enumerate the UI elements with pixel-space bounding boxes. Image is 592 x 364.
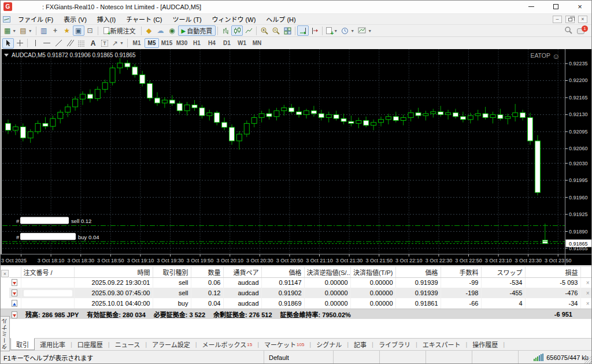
order-tp-cell: 0.00000 xyxy=(350,277,395,288)
timeframe-button-w1[interactable]: W1 xyxy=(235,38,249,48)
navigator-button[interactable]: ★ xyxy=(61,25,73,36)
chart-window-icon[interactable] xyxy=(3,16,10,23)
bar-chart-button[interactable] xyxy=(220,25,231,36)
menu-item-6[interactable]: ヘルプ (H) xyxy=(261,14,301,24)
candlestick-button[interactable] xyxy=(231,25,243,36)
text-tool-button[interactable]: A xyxy=(87,38,99,49)
templates-button[interactable]: ▼ xyxy=(356,25,373,36)
horizontal-line-button[interactable] xyxy=(41,38,53,49)
tile-windows-button[interactable] xyxy=(282,25,293,36)
orders-header-row[interactable]: 注文番号 /時間取引種別数量通貨ペア価格決済逆指値(S/...決済指値(T/P)… xyxy=(9,267,592,277)
market-watch-button[interactable]: ▥ xyxy=(38,25,50,36)
column-header-8[interactable]: 価格 xyxy=(395,267,441,277)
column-header-7[interactable]: 決済指値(T/P) xyxy=(350,267,395,277)
crosshair-button[interactable] xyxy=(14,38,25,49)
tab-2[interactable]: 口座履歴 xyxy=(72,339,108,350)
menu-item-0[interactable]: ファイル (F) xyxy=(13,14,58,24)
terminal-close-button[interactable]: × xyxy=(1,270,9,277)
order-row-2[interactable]: 2025.10.01 04:40:00buy0.04audcad0.918690… xyxy=(9,298,592,309)
timeframe-button-mn[interactable]: MN xyxy=(250,38,264,48)
autotrading-button[interactable]: ▶自動売買 xyxy=(178,25,216,36)
tab-6[interactable]: マーケット105 xyxy=(259,339,309,350)
timeframe-button-m5[interactable]: M5 xyxy=(145,38,159,48)
cursor-button[interactable] xyxy=(2,38,14,49)
metaeditor-button[interactable]: ◆ xyxy=(143,25,155,36)
tab-11[interactable]: 操作履歴 xyxy=(467,339,503,350)
column-header-11[interactable]: 損益 xyxy=(525,267,580,277)
order-close-button[interactable]: × xyxy=(580,288,592,298)
menu-item-3[interactable]: チャート (C) xyxy=(121,14,167,24)
terminal-side-tab[interactable]: ターミナル xyxy=(0,316,10,351)
zoom-in-button[interactable] xyxy=(258,25,270,36)
close-button[interactable]: × xyxy=(568,0,592,13)
terminal-button[interactable]: ▣ xyxy=(73,25,84,36)
timeframe-button-h4[interactable]: H4 xyxy=(205,38,219,48)
column-header-6[interactable]: 決済逆指値(S/... xyxy=(304,267,350,277)
column-header-9[interactable]: 手数料 xyxy=(441,267,481,277)
tab-0-active[interactable]: 取引 xyxy=(10,338,35,350)
menu-item-2[interactable]: 挿入(I) xyxy=(92,14,121,24)
column-header-4[interactable]: 通貨ペア xyxy=(223,267,261,277)
svg-text:0.91865: 0.91865 xyxy=(569,241,588,247)
menu-item-1[interactable]: 表示 (V) xyxy=(58,14,92,24)
fibonacci-button[interactable] xyxy=(76,38,87,49)
line-chart-button[interactable] xyxy=(243,25,254,36)
data-window-button[interactable]: + xyxy=(50,25,61,36)
search-button[interactable] xyxy=(564,26,572,35)
tab-3[interactable]: ニュース xyxy=(110,339,145,350)
tab-10[interactable]: エキスパート xyxy=(417,339,466,350)
tab-8[interactable]: 記事 xyxy=(349,339,372,350)
auto-scroll-button[interactable] xyxy=(297,25,309,36)
channel-button[interactable] xyxy=(64,38,76,49)
column-header-1[interactable]: 時間 xyxy=(74,267,153,277)
timeframe-button-d1[interactable]: D1 xyxy=(220,38,234,48)
chevron-down-icon: ▼ xyxy=(368,29,372,33)
periods-button[interactable]: ▼ xyxy=(339,25,356,36)
community-button[interactable]: ☁ xyxy=(155,25,166,36)
profiles-button[interactable]: ▤▼ xyxy=(18,25,34,36)
order-close-button[interactable]: × xyxy=(580,298,592,309)
vertical-line-button[interactable] xyxy=(29,38,41,49)
chart-shift-button[interactable] xyxy=(309,25,320,36)
tab-1[interactable]: 運用比率 xyxy=(35,339,71,350)
column-header-3[interactable]: 数量 xyxy=(191,267,223,277)
tab-5[interactable]: メールボックス15 xyxy=(197,339,258,350)
tab-4[interactable]: アラーム設定 xyxy=(147,339,195,350)
new-order-button[interactable]: 新規注文 xyxy=(100,25,139,36)
column-header-5[interactable]: 価格 xyxy=(261,267,304,277)
order-row-0[interactable]: 2025.09.22 19:30:01sell0.06audcad0.91147… xyxy=(9,277,592,288)
column-header-10[interactable]: スワップ xyxy=(481,267,525,277)
svg-text:0.92165: 0.92165 xyxy=(569,95,588,101)
minimize-button[interactable] xyxy=(519,0,543,13)
arrows-button[interactable]: ↗▼ xyxy=(110,38,125,49)
timeframe-button-m1[interactable]: M1 xyxy=(130,38,144,48)
new-chart-button[interactable]: ▦▼ xyxy=(2,25,18,36)
status-profile-cell[interactable]: Default xyxy=(264,351,333,364)
strategy-tester-button[interactable]: ⊡ xyxy=(84,25,96,36)
zoom-out-button[interactable] xyxy=(270,25,282,36)
order-row-1[interactable]: 2025.09.30 07:45:00sell0.12audcad0.91902… xyxy=(9,288,592,298)
child-restore-button[interactable] xyxy=(565,16,575,23)
timeframe-button-m30[interactable]: M30 xyxy=(175,38,189,48)
buy-order-icon xyxy=(12,300,17,307)
tab-9[interactable]: ライブラリ xyxy=(373,339,416,350)
label-tool-button[interactable]: T xyxy=(99,38,110,49)
menu-item-5[interactable]: ウィンドウ (W) xyxy=(207,14,261,24)
resize-grip[interactable] xyxy=(584,356,591,363)
chart-region[interactable]: 3 Oct 20253 Oct 18:103 Oct 18:303 Oct 18… xyxy=(0,49,592,265)
mql5-button[interactable]: ◉ xyxy=(166,25,178,36)
child-close-button[interactable]: × xyxy=(578,16,587,23)
trendline-button[interactable] xyxy=(53,38,64,49)
svg-text:☺: ☺ xyxy=(552,52,560,61)
column-header-0[interactable]: 注文番号 / xyxy=(21,267,74,277)
notification-button[interactable]: 1 xyxy=(577,27,586,34)
timeframe-button-h1[interactable]: H1 xyxy=(190,38,204,48)
indicators-button[interactable]: ▼ xyxy=(324,25,339,36)
child-minimize-button[interactable]: – xyxy=(553,16,562,23)
maximize-button[interactable] xyxy=(543,0,568,13)
tab-7[interactable]: シグナル xyxy=(311,339,347,350)
column-header-2[interactable]: 取引種別 xyxy=(153,267,191,277)
timeframe-button-m15[interactable]: M15 xyxy=(160,38,174,48)
menu-item-4[interactable]: ツール (T) xyxy=(167,14,206,24)
order-close-button[interactable]: × xyxy=(580,277,592,288)
